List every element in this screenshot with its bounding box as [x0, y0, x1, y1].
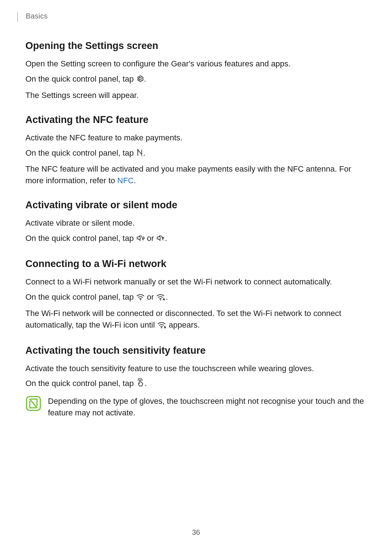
touch-sensitivity-icon [136, 378, 145, 390]
silent-mute-icon [156, 234, 165, 245]
section-breadcrumb: Basics [26, 12, 48, 20]
text: On the quick control panel, tap [25, 292, 136, 301]
wifi-auto-icon [156, 292, 166, 304]
text: The NFC feature will be activated and yo… [25, 164, 351, 185]
heading-wifi: Connecting to a Wi-Fi network [25, 258, 367, 270]
paragraph: Activate vibrate or silent mode. [25, 217, 367, 229]
note-icon [25, 395, 41, 413]
paragraph: The Wi-Fi network will be connected or d… [25, 308, 367, 332]
paragraph: The Settings screen will appear. [25, 90, 367, 101]
text: . [144, 74, 146, 83]
nfc-icon [136, 148, 143, 160]
note-block: Depending on the type of gloves, the tou… [25, 395, 367, 419]
text: or [145, 234, 156, 243]
paragraph: On the quick control panel, tap . [25, 73, 367, 86]
text: . [166, 292, 168, 301]
heading-nfc: Activating the NFC feature [25, 114, 367, 126]
text: On the quick control panel, tap [25, 379, 136, 388]
page-header: Basics [17, 12, 367, 22]
paragraph: Open the Setting screen to configure the… [25, 58, 367, 70]
text: or [145, 292, 156, 301]
text: On the quick control panel, tap [25, 74, 136, 83]
vibrate-mute-icon [136, 234, 145, 245]
text: appears. [167, 320, 200, 329]
heading-touch-sensitivity: Activating the touch sensitivity feature [25, 345, 367, 356]
text: . [143, 148, 146, 157]
paragraph: On the quick control panel, tap . [25, 147, 367, 160]
svg-point-1 [160, 299, 161, 300]
wifi-auto-icon [157, 320, 167, 332]
svg-point-0 [140, 299, 141, 300]
paragraph: Activate the NFC feature to make payment… [25, 132, 367, 144]
note-text: Depending on the type of gloves, the tou… [48, 395, 367, 419]
text: . [145, 379, 147, 388]
link-nfc[interactable]: NFC [117, 176, 134, 185]
heading-opening-settings: Opening the Settings screen [25, 40, 367, 52]
page-content: Basics Opening the Settings screen Open … [0, 0, 392, 419]
paragraph: On the quick control panel, tap or . [25, 233, 367, 245]
text: On the quick control panel, tap [25, 148, 136, 157]
paragraph: The NFC feature will be activated and yo… [25, 163, 367, 186]
paragraph: On the quick control panel, tap or . [25, 291, 367, 304]
paragraph: Connect to a Wi-Fi network manually or s… [25, 276, 367, 288]
svg-point-2 [161, 327, 162, 328]
page-number: 36 [0, 528, 392, 537]
heading-vibrate-silent: Activating vibrate or silent mode [25, 200, 367, 211]
gear-icon [136, 74, 144, 86]
text: . [134, 176, 136, 185]
text: On the quick control panel, tap [25, 234, 136, 243]
text: . [165, 234, 167, 243]
wifi-icon [136, 292, 145, 304]
paragraph: On the quick control panel, tap . [25, 378, 367, 390]
paragraph: Activate the touch sensitivity feature t… [25, 363, 367, 374]
